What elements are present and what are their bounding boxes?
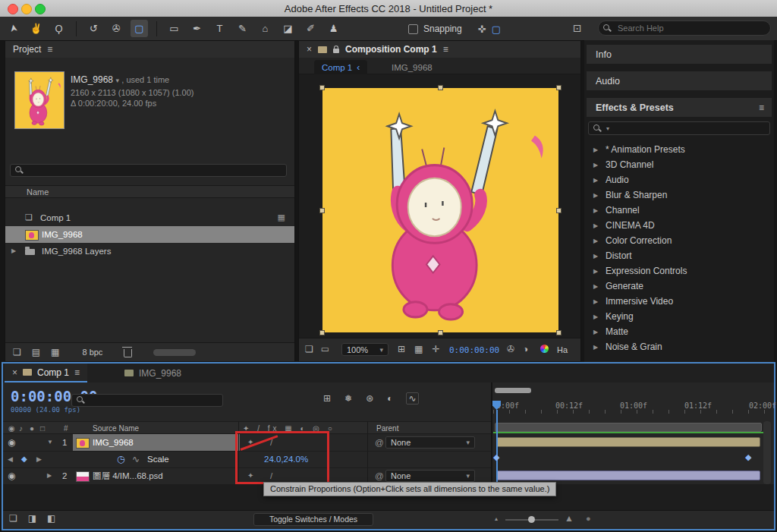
composition-canvas[interactable] <box>322 88 558 332</box>
zoom-in-mountain-icon[interactable]: ▲ <box>565 513 574 524</box>
category-channel[interactable]: ▶Channel <box>584 203 774 218</box>
timeline-navigator-bar[interactable] <box>495 388 531 393</box>
eye-icon[interactable]: ◉ <box>8 434 15 451</box>
motion-blur-icon[interactable]: ◐ <box>387 394 392 403</box>
selection-handle[interactable] <box>556 330 562 335</box>
parent-column[interactable]: Parent <box>376 424 398 433</box>
zoom-tool[interactable]: Ϙ <box>50 20 68 37</box>
interpret-footage-icon[interactable]: ❏ <box>13 348 21 357</box>
show-snapshot-icon[interactable]: ◑ <box>523 345 528 354</box>
main-viewer-icon[interactable]: ▭ <box>321 345 329 354</box>
comp-button-dot-icon[interactable]: ● <box>586 514 591 523</box>
category-animation-presets[interactable]: ▶* Animation Presets <box>584 142 774 157</box>
eye-icon[interactable]: ◉ <box>8 467 15 484</box>
selection-handle[interactable] <box>556 85 562 90</box>
selection-tool[interactable]: ➤ <box>3 18 24 39</box>
category-immersive-video[interactable]: ▶Immersive Video <box>584 294 774 309</box>
work-area-bar[interactable] <box>495 423 762 432</box>
keyframe-diamond[interactable]: ◆ <box>493 452 499 462</box>
category-generate[interactable]: ▶Generate <box>584 279 774 294</box>
category-3d-channel[interactable]: ▶3D Channel <box>584 157 774 172</box>
timeline-tab-img9968[interactable]: IMG_9968 <box>117 364 189 382</box>
roto-brush-tool[interactable]: ✐ <box>302 20 319 37</box>
panel-split-divider[interactable] <box>491 382 492 484</box>
viewer-tab-comp1[interactable]: Comp 1 ‹ <box>314 60 367 74</box>
timeline-zoom-slider-thumb[interactable] <box>528 516 535 523</box>
category-keying[interactable]: ▶Keying <box>584 309 774 324</box>
panel-menu-icon[interactable]: ≡ <box>443 45 448 54</box>
timeline-scrollbar[interactable] <box>763 421 771 484</box>
composition-panel-header[interactable]: × Composition Comp 1 ≡ <box>299 41 580 58</box>
project-flowchart-icon[interactable]: ▦ <box>51 348 59 357</box>
stopwatch-icon[interactable]: ◷ <box>117 451 124 467</box>
toggle-switches-modes-button[interactable]: Toggle Switches / Modes <box>253 513 373 526</box>
audio-icon[interactable]: ♪ <box>19 424 23 433</box>
category-distort[interactable]: ▶Distort <box>584 248 774 263</box>
toggle-functions-pane-icon[interactable]: ❏ <box>9 514 17 523</box>
resolution-select[interactable]: Ha <box>557 345 568 354</box>
close-icon[interactable]: × <box>307 45 312 54</box>
bit-depth-label[interactable]: 8 bpc <box>82 348 102 357</box>
timeline-search-input[interactable] <box>90 395 218 406</box>
project-panel-header[interactable]: Project ≡ <box>5 41 294 58</box>
help-search-input[interactable] <box>616 23 766 33</box>
twirl-open-icon[interactable]: ▼ <box>47 434 53 451</box>
trash-icon[interactable] <box>124 349 132 357</box>
shape-tool[interactable]: ▭ <box>165 20 183 37</box>
grid-guides-icon[interactable]: ⊞ <box>398 345 405 354</box>
category-expression-controls[interactable]: ▶Expression Controls <box>584 263 774 279</box>
zoom-out-mountain-icon[interactable]: ▴ <box>495 515 498 522</box>
snap-frame-icon[interactable]: ▢ <box>492 24 501 34</box>
name-column-header[interactable]: Name <box>27 187 49 197</box>
layer-name[interactable]: 圖層 4/IM...68.psd <box>93 467 163 484</box>
selection-handle[interactable] <box>438 330 443 335</box>
category-matte[interactable]: ▶Matte <box>584 324 774 339</box>
effects-search-input[interactable] <box>614 123 765 134</box>
time-ruler[interactable]: 0:00f 00:12f 01:00f 01:12f 02:00f <box>493 398 766 414</box>
parent-dropdown[interactable]: None ▾ <box>385 470 475 482</box>
always-preview-icon[interactable]: ❏ <box>305 345 313 354</box>
panel-menu-icon[interactable]: ≡ <box>47 45 52 54</box>
panel-settings-icon[interactable]: ⊡ <box>573 23 582 33</box>
snapping-checkbox[interactable] <box>408 24 418 34</box>
keyframe-next-icon[interactable]: ▶ <box>36 451 42 467</box>
help-search-field[interactable] <box>598 20 771 36</box>
panel-menu-icon[interactable]: ≡ <box>74 368 80 377</box>
snapshot-icon[interactable]: ✇ <box>507 345 514 354</box>
project-search-field[interactable] <box>10 164 287 177</box>
rotation-tool[interactable]: ↺ <box>85 20 102 37</box>
magnification-select[interactable]: 100% ▾ <box>341 343 388 356</box>
audio-panel-header[interactable]: Audio <box>587 71 772 90</box>
info-panel-header[interactable]: Info <box>587 45 772 64</box>
parent-dropdown[interactable]: None ▾ <box>385 436 475 449</box>
snap-edges-icon[interactable]: ✜ <box>478 24 486 34</box>
project-row-img9968[interactable]: IMG_9968 <box>5 226 294 243</box>
playhead-line[interactable] <box>496 410 498 484</box>
back-arrow-icon[interactable]: ‹ <box>357 62 360 73</box>
keyframe-diamond[interactable]: ◆ <box>745 452 751 462</box>
new-folder-icon[interactable]: ▤ <box>32 348 40 357</box>
scale-property-label[interactable]: Scale <box>147 451 169 467</box>
toggle-transfer-pane-icon[interactable]: ◧ <box>47 514 55 523</box>
project-row-comp1[interactable]: ❏ Comp 1 ▦ <box>5 209 294 226</box>
clone-stamp-tool[interactable]: ⌂ <box>256 20 274 37</box>
project-search-input[interactable] <box>28 165 282 176</box>
eye-icon[interactable]: ◉ <box>8 424 15 433</box>
close-icon[interactable]: × <box>12 368 17 377</box>
graph-icon[interactable]: ∿ <box>132 451 140 467</box>
timeline-search-field[interactable] <box>71 394 223 407</box>
frame-blending-icon[interactable]: ⊛ <box>366 394 373 403</box>
type-tool[interactable]: T <box>211 20 228 37</box>
eraser-tool[interactable]: ◪ <box>279 20 297 37</box>
selection-handle[interactable] <box>319 208 325 213</box>
transparency-grid-icon[interactable]: ▦ <box>414 345 423 354</box>
toggle-switches-pane-icon[interactable]: ◨ <box>28 514 36 523</box>
twirl-closed-icon[interactable]: ▶ <box>11 243 16 260</box>
pan-behind-tool[interactable]: ▢ <box>131 20 148 37</box>
region-of-interest-icon[interactable]: ✛ <box>432 345 439 354</box>
selection-handle[interactable] <box>319 330 325 335</box>
selection-handle[interactable] <box>319 85 325 90</box>
composition-viewport[interactable] <box>299 74 580 338</box>
lock-column-icon[interactable]: □ <box>40 424 45 433</box>
source-name-column[interactable]: Source Name <box>93 424 139 433</box>
